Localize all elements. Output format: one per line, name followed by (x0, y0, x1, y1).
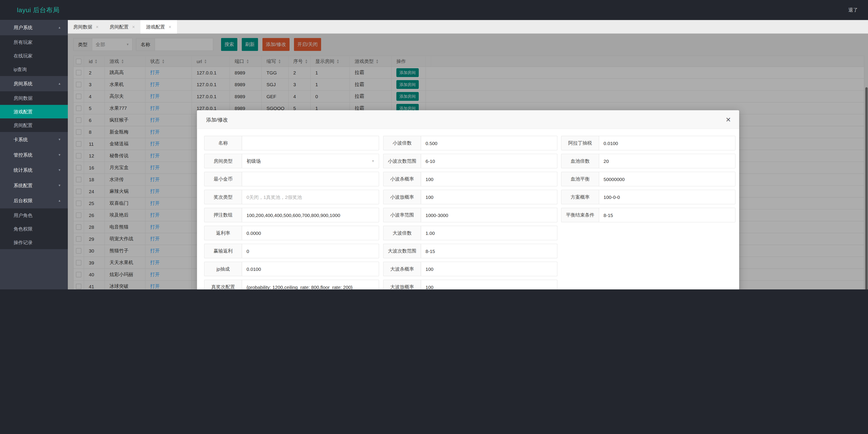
page-tab[interactable]: 游戏配置 ✕ (141, 20, 177, 34)
form-row: 小波放概率 (383, 190, 557, 205)
form-input[interactable] (242, 208, 379, 223)
form-input[interactable] (599, 208, 736, 223)
form-label: 阿拉丁抽税 (561, 136, 599, 150)
form-control: ▼ (242, 244, 379, 258)
expand-arrow-icon: ▼ (58, 163, 61, 178)
form-input[interactable] (242, 226, 379, 240)
form-control (599, 190, 736, 205)
form-input[interactable] (599, 154, 736, 169)
form-row: 赢输返利 ▼ (204, 244, 379, 258)
form-input[interactable] (242, 154, 379, 169)
sidebar-item[interactable]: 房间配置 (0, 119, 68, 132)
form-label: 返利率 (204, 226, 242, 240)
sidebar-item[interactable]: 在线玩家 (0, 49, 68, 62)
form-control (421, 208, 558, 223)
sidebar-item[interactable]: 角色权限 (0, 222, 68, 236)
form-label: 小波率范围 (383, 208, 421, 223)
sidebar-item[interactable]: 用户角色 (0, 208, 68, 222)
expand-arrow-icon: ▲ (58, 20, 61, 35)
sidebar-item-label: 房间配置 (0, 119, 68, 132)
sidebar-nav: 用户系统 ▲ 所有玩家 在线玩家 ip查询 房间系统 ▲ 房间数据 游戏配置 (0, 20, 68, 290)
form-input[interactable] (421, 136, 558, 150)
form-input[interactable] (421, 262, 558, 277)
form-control (421, 190, 558, 205)
form-label: 真奖次配置 (204, 280, 242, 289)
tab-label: 房间配置 (110, 20, 129, 34)
form-row: 押注数组 ▼ (204, 208, 379, 223)
form-input[interactable] (421, 226, 558, 240)
form-control (599, 154, 736, 169)
form-control: ▼ (242, 190, 379, 205)
form-control: ▼ (242, 262, 379, 277)
form-control (421, 136, 558, 150)
form-input[interactable] (242, 262, 379, 277)
form-input[interactable] (421, 190, 558, 205)
sidebar-item[interactable]: 房间系统 ▲ (0, 76, 68, 91)
form-row: jp抽成 ▼ (204, 262, 379, 277)
sidebar-item[interactable]: 卡系统 ▼ (0, 132, 68, 147)
form-label: 赢输返利 (204, 244, 242, 258)
sidebar-item-label: ip查询 (0, 62, 68, 76)
form-input[interactable] (242, 190, 379, 205)
form-control: ▼ (242, 280, 379, 289)
form-control: ▼ (242, 208, 379, 223)
expand-arrow-icon: ▼ (58, 147, 61, 163)
sidebar-item-label: 统计系统 (0, 163, 68, 178)
page-tab[interactable]: 房间配置 ✕ (104, 20, 141, 34)
sidebar-item-label: 房间数据 (0, 91, 68, 105)
sidebar-item[interactable]: 游戏配置 (0, 105, 68, 119)
app-logo[interactable]: layui 后台布局 (17, 0, 59, 20)
sidebar-item[interactable]: 统计系统 ▼ (0, 163, 68, 178)
form-input[interactable] (242, 244, 379, 258)
form-row: 大波倍数 (383, 226, 557, 240)
form-input[interactable] (599, 136, 736, 150)
form-row: 小波次数范围 (383, 154, 557, 169)
form-input[interactable] (421, 244, 558, 258)
form-label: 小波杀概率 (383, 172, 421, 186)
sidebar-item[interactable]: 所有玩家 (0, 35, 68, 49)
sidebar-item[interactable]: 房间数据 (0, 91, 68, 105)
tab-close-icon[interactable]: ✕ (96, 20, 99, 34)
sidebar-item[interactable]: 系统配置 ▼ (0, 178, 68, 193)
chevron-down-icon: ▼ (371, 154, 375, 169)
form-label: 平衡结束条件 (561, 208, 599, 223)
tab-close-icon[interactable]: ✕ (132, 20, 135, 34)
form-input[interactable] (599, 190, 736, 205)
modal-form-column-middle: 小波倍数 小波次数范围 小波杀概率 小波放概率 (383, 136, 557, 289)
sidebar-item-label: 角色权限 (0, 222, 68, 236)
sidebar-item-label: 房间系统 (0, 76, 68, 91)
form-input[interactable] (242, 136, 379, 150)
form-row: 小波倍数 (383, 136, 557, 150)
form-control (421, 172, 558, 186)
form-input[interactable] (421, 208, 558, 223)
form-row: 房间类型 ▼ (204, 154, 379, 169)
form-input[interactable] (242, 172, 379, 186)
sidebar-item[interactable]: ip查询 (0, 62, 68, 76)
form-input[interactable] (421, 154, 558, 169)
form-row: 大波次数范围 (383, 244, 557, 258)
sidebar-item-label: 游戏配置 (0, 105, 68, 119)
form-row: 真奖次配置 ▼ (204, 280, 379, 289)
form-input[interactable] (242, 280, 379, 289)
sidebar-item-label: 用户系统 (0, 20, 68, 35)
form-label: jp抽成 (204, 262, 242, 277)
form-control (421, 226, 558, 240)
logout-link[interactable]: 退了 (848, 0, 858, 20)
page-tab[interactable]: 房间数据 ✕ (68, 20, 104, 34)
form-label: 方案概率 (561, 190, 599, 205)
form-row: 最小金币 ▼ (204, 172, 379, 186)
form-label: 奖次类型 (204, 190, 242, 205)
form-control (421, 280, 558, 289)
tab-close-icon[interactable]: ✕ (168, 20, 172, 34)
sidebar-item[interactable]: 用户系统 ▲ (0, 20, 68, 35)
form-control (421, 154, 558, 169)
sidebar-item[interactable]: 操作记录 (0, 236, 68, 249)
form-input[interactable] (421, 280, 558, 289)
sidebar-item[interactable]: 后台权限 ▲ (0, 193, 68, 209)
form-input[interactable] (599, 172, 736, 186)
sidebar-item[interactable]: 管控系统 ▼ (0, 147, 68, 163)
form-row: 大波杀概率 (383, 262, 557, 277)
close-icon[interactable]: ✕ (725, 110, 731, 129)
form-input[interactable] (421, 172, 558, 186)
form-label: 大波杀概率 (383, 262, 421, 277)
